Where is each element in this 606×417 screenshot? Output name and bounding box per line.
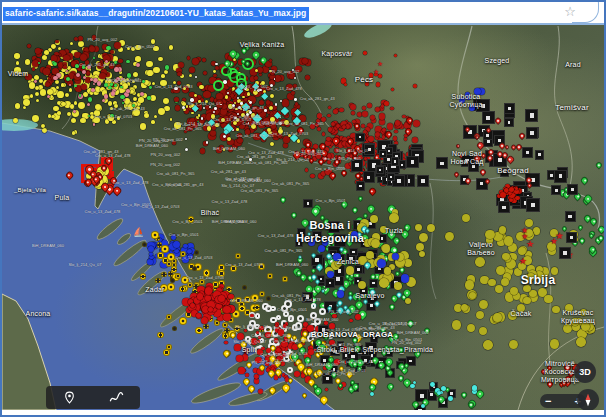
map-marker-pushpin[interactable]	[266, 296, 272, 302]
bookmark-star-icon[interactable]: ☆	[564, 4, 576, 20]
map-marker-dot[interactable]	[104, 94, 108, 98]
map-marker-pushpin[interactable]	[254, 304, 260, 310]
map-marker-dot[interactable]	[249, 101, 252, 104]
map-marker-dot[interactable]	[67, 112, 71, 116]
map-marker-dot[interactable]	[55, 40, 59, 44]
map-marker-dot[interactable]	[355, 314, 361, 320]
map-marker-dot[interactable]	[515, 196, 519, 200]
map-marker-dot[interactable]	[74, 101, 78, 105]
map-marker-pin[interactable]	[546, 364, 554, 372]
map-marker-star[interactable]: ★	[377, 61, 383, 67]
map-marker-pin[interactable]	[577, 224, 584, 231]
map-marker-dot[interactable]	[214, 107, 217, 110]
map-marker-dot[interactable]	[147, 96, 150, 99]
map-marker-dot[interactable]	[576, 337, 586, 347]
map-marker-dot[interactable]	[270, 94, 274, 98]
map-marker-dot[interactable]	[87, 103, 91, 107]
map-marker-dot[interactable]	[462, 214, 470, 222]
map-marker-dot[interactable]	[53, 76, 57, 80]
map-marker-dot[interactable]	[88, 97, 93, 102]
map-marker-dot[interactable]	[384, 101, 389, 106]
map-marker-dot[interactable]	[108, 101, 112, 105]
map-marker-dot[interactable]	[206, 141, 208, 143]
map-marker-dot[interactable]	[327, 114, 331, 118]
map-marker-dot[interactable]	[351, 231, 359, 239]
map-marker-dot[interactable]	[466, 95, 471, 100]
map-marker-dot[interactable]	[114, 84, 117, 87]
map-marker-pin[interactable]	[357, 195, 364, 202]
map-marker-dot[interactable]	[65, 93, 69, 97]
add-placemark-icon[interactable]	[63, 391, 76, 404]
map-marker-dot[interactable]	[120, 95, 125, 100]
map-marker-dot[interactable]	[339, 108, 344, 113]
map-marker-dot[interactable]	[148, 246, 154, 252]
map-marker-dot[interactable]	[40, 89, 47, 96]
map-marker-pin[interactable]	[504, 144, 510, 150]
map-marker-dot[interactable]	[35, 92, 39, 96]
map-marker-dot[interactable]	[149, 86, 152, 89]
map-marker-dot[interactable]	[42, 55, 47, 60]
map-marker-blacksquare[interactable]	[354, 265, 363, 274]
map-marker-dot[interactable]	[404, 259, 412, 267]
map-marker-dot[interactable]	[552, 306, 560, 314]
map-marker-dot[interactable]	[413, 84, 417, 88]
map-marker-dot[interactable]	[351, 111, 355, 115]
map-marker-star[interactable]: ★	[526, 240, 534, 249]
map-marker-dot[interactable]	[84, 48, 89, 53]
map-marker-pin[interactable]	[351, 206, 360, 215]
map-marker-dot[interactable]	[110, 83, 113, 86]
map-marker-blacksquare[interactable]	[379, 150, 387, 158]
map-marker-dot[interactable]	[86, 71, 90, 75]
map-marker-pushpin[interactable]	[170, 278, 176, 284]
map-marker-dot[interactable]	[269, 106, 273, 110]
map-marker-dot[interactable]	[391, 88, 394, 91]
map-marker-dot[interactable]	[36, 99, 39, 102]
map-marker-dot[interactable]	[565, 304, 573, 312]
map-marker-dot[interactable]	[164, 106, 169, 111]
map-marker-dot[interactable]	[419, 251, 425, 257]
map-marker-pushpin[interactable]	[203, 324, 209, 330]
map-marker-blacksquare[interactable]	[297, 228, 306, 237]
map-marker-dot[interactable]	[14, 67, 20, 73]
map-marker-pin[interactable]	[579, 175, 589, 185]
map-marker-dot[interactable]	[174, 97, 179, 102]
map-marker-dot[interactable]	[72, 131, 75, 134]
map-marker-ring[interactable]	[265, 305, 272, 312]
map-marker-dot[interactable]	[327, 271, 334, 278]
map-marker-dot[interactable]	[504, 236, 514, 246]
map-marker-dot[interactable]	[551, 267, 559, 275]
map-marker-dot[interactable]	[515, 187, 518, 190]
map-marker-blacksquare[interactable]	[526, 198, 540, 212]
map-viewport[interactable]: ★★★★★★★Cro_ak_081_Pn_365Cro_u_13_Zad_070…	[2, 25, 604, 410]
map-marker-dot[interactable]	[413, 120, 420, 127]
map-marker-dot[interactable]	[404, 137, 408, 141]
map-marker-dot[interactable]	[61, 83, 64, 86]
map-marker-pushpin[interactable]	[157, 252, 164, 259]
map-marker-blacksquare[interactable]	[476, 99, 489, 112]
map-marker-dot[interactable]	[445, 232, 455, 242]
map-marker-pin[interactable]	[494, 117, 502, 125]
map-marker-dot[interactable]	[370, 392, 374, 396]
map-marker-dot[interactable]	[259, 73, 262, 76]
map-marker-dot[interactable]	[93, 57, 95, 59]
map-marker-dot[interactable]	[41, 124, 45, 128]
map-marker-dot[interactable]	[63, 65, 67, 69]
map-marker-dot[interactable]	[244, 329, 247, 332]
url-text[interactable]: safaric-safaric.si/katas__dragutin/20210…	[3, 7, 309, 21]
map-marker-dot[interactable]	[42, 128, 47, 133]
map-marker-dot[interactable]	[158, 57, 162, 61]
map-marker-ring[interactable]	[276, 315, 281, 320]
map-marker-dot[interactable]	[344, 83, 347, 86]
map-marker-dot[interactable]	[270, 142, 274, 146]
map-marker-dot[interactable]	[154, 115, 157, 118]
map-marker-dot[interactable]	[45, 82, 51, 88]
map-marker-dot[interactable]	[15, 103, 20, 108]
map-marker-pushpin[interactable]	[179, 317, 187, 325]
map-marker-ring[interactable]	[287, 367, 294, 374]
map-marker-dot[interactable]	[517, 304, 525, 312]
map-marker-dot[interactable]	[488, 279, 496, 287]
map-marker-dot[interactable]	[69, 88, 73, 92]
map-marker-dot[interactable]	[328, 106, 331, 109]
map-marker-dot[interactable]	[136, 63, 141, 68]
map-marker-blacksquare[interactable]	[356, 181, 365, 190]
